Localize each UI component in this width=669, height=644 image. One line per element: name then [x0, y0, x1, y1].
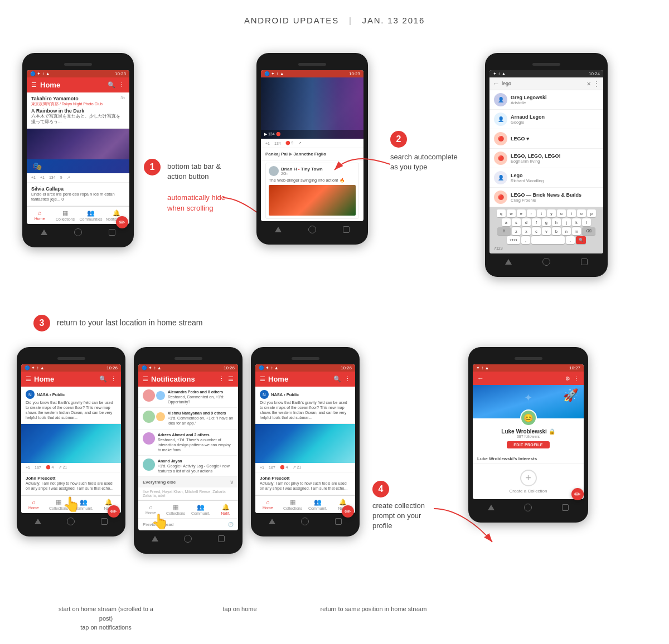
more-icon-5a[interactable]: ⋮	[219, 375, 225, 383]
notif-section-header[interactable]: Everything else ∨	[138, 477, 238, 487]
plus1-4[interactable]: +1	[26, 466, 30, 470]
tab-home-4[interactable]: ⌂ Home	[21, 496, 46, 513]
more-icon[interactable]: ⋮	[119, 81, 125, 89]
key-t[interactable]: t	[537, 209, 546, 217]
recents-btn-7[interactable]	[561, 504, 569, 511]
share-icon-2[interactable]: ↗	[298, 141, 302, 145]
back-icon[interactable]: ←	[493, 80, 500, 87]
recents-btn-3[interactable]	[580, 258, 588, 266]
tab-collections-6[interactable]: ▦ Collections	[280, 496, 306, 513]
fab-4[interactable]: ✏	[108, 505, 120, 518]
notif-1[interactable]: Alexandra Pedro and 8 others Reshared, C…	[138, 387, 238, 408]
edit-profile-button[interactable]: EDIT PROFILE	[507, 441, 549, 448]
profile-settings-icon[interactable]: ⚙	[565, 375, 570, 382]
key-z[interactable]: z	[512, 227, 521, 235]
plus1-label[interactable]: +1	[31, 175, 36, 179]
key-c[interactable]: c	[532, 227, 541, 235]
back-button[interactable]	[40, 228, 48, 236]
fab-profile[interactable]: ✏	[571, 488, 584, 500]
collection-plus-icon[interactable]: +	[520, 470, 537, 486]
fab-6[interactable]: ✏	[342, 505, 354, 518]
key-n[interactable]: n	[562, 227, 571, 235]
result-5[interactable]: 👤 Lego Richard Woodling	[489, 168, 603, 188]
back-btn-6[interactable]	[268, 518, 276, 525]
plus1[interactable]: +1	[265, 142, 270, 145]
more-icon-5b[interactable]: ☰	[228, 375, 234, 383]
key-g[interactable]: g	[542, 218, 551, 226]
result-3[interactable]: 🔴 LEGO ♥	[489, 129, 603, 149]
key-h[interactable]: h	[552, 218, 561, 226]
tab-notifications-5[interactable]: 🔔 Notif.	[213, 501, 238, 518]
key-7123[interactable]: 7123	[507, 236, 520, 244]
share-icon[interactable]: ↗	[67, 175, 70, 180]
recents-btn-6[interactable]	[334, 518, 342, 525]
home-btn-6[interactable]	[301, 518, 309, 525]
search-icon-4[interactable]: 🔍	[99, 375, 107, 383]
plus1-6[interactable]: +1	[260, 466, 264, 470]
more-icon-search[interactable]: ⋮	[593, 80, 600, 87]
key-y[interactable]: y	[547, 209, 556, 217]
key-f[interactable]: f	[532, 218, 541, 226]
create-collection-area[interactable]: + Create a Collection	[473, 464, 584, 499]
notif-3[interactable]: Adrees Ahmed and 2 others Reshared, +1'd…	[138, 430, 238, 456]
recents-button[interactable]	[108, 228, 116, 236]
more-icon-6[interactable]: ⋮	[345, 375, 351, 383]
recents-btn-5[interactable]	[217, 535, 225, 543]
key-u[interactable]: u	[557, 209, 566, 217]
menu-icon-4[interactable]: ☰	[26, 375, 31, 383]
key-search[interactable]: 🔍	[576, 236, 586, 244]
key-q[interactable]: q	[497, 209, 506, 217]
result-6[interactable]: 🔴 LEGO — Brick News & Builds Craig Froeh…	[489, 188, 603, 207]
key-b[interactable]: b	[552, 227, 561, 235]
key-x[interactable]: x	[522, 227, 531, 235]
key-s[interactable]: s	[512, 218, 521, 226]
key-p[interactable]: p	[587, 209, 596, 217]
key-m[interactable]: m	[572, 227, 581, 235]
profile-back-icon[interactable]: ←	[477, 374, 484, 382]
key-o[interactable]: o	[577, 209, 586, 217]
recents-btn-4[interactable]	[100, 518, 108, 525]
search-icon-6[interactable]: 🔍	[333, 375, 341, 383]
home-btn-2[interactable]	[308, 226, 316, 233]
key-period[interactable]: .	[566, 236, 575, 244]
key-w[interactable]: w	[507, 209, 516, 217]
result-1[interactable]: 👤 Greg Legowski Aristotle	[489, 90, 603, 110]
search-field[interactable]: lego	[502, 81, 584, 86]
tab-collections[interactable]: ▦ Collections	[52, 207, 78, 224]
menu-icon-5[interactable]: ☰	[143, 375, 148, 383]
tab-communities-5[interactable]: 👥 Communit.	[188, 501, 214, 518]
notif-4[interactable]: Anand Jayan +1'd. Google+ Activity Log -…	[138, 456, 238, 477]
menu-icon[interactable]: ☰	[31, 81, 37, 89]
tab-communities[interactable]: 👥 Communities	[78, 207, 104, 224]
tab-communities-6[interactable]: 👥 Communit.	[306, 496, 331, 513]
key-space[interactable]	[531, 236, 565, 244]
search-icon[interactable]: 🔍	[108, 81, 115, 89]
key-r[interactable]: r	[527, 209, 536, 217]
key-k[interactable]: k	[572, 218, 581, 226]
back-btn-7[interactable]	[487, 504, 495, 511]
key-v[interactable]: v	[542, 227, 551, 235]
notif-2[interactable]: Vishnu Narayanan and 9 others +1'd. Comm…	[138, 408, 238, 429]
key-comma[interactable]: ,	[521, 236, 530, 244]
key-l[interactable]: l	[582, 218, 591, 226]
back-btn-3[interactable]	[505, 258, 512, 266]
home-btn-7[interactable]	[524, 504, 532, 511]
home-btn-4[interactable]	[67, 518, 75, 525]
result-2[interactable]: 👤 Arnaud Legon Google	[489, 110, 603, 129]
fab-button[interactable]: ✏	[116, 216, 128, 228]
tab-home-6[interactable]: ⌂ Home	[255, 496, 280, 513]
clear-icon[interactable]: ✕	[586, 81, 591, 87]
key-shift[interactable]: ⇧	[497, 227, 511, 235]
more-icon-4[interactable]: ⋮	[110, 375, 117, 383]
key-d[interactable]: d	[522, 218, 531, 226]
home-button[interactable]	[74, 228, 82, 236]
home-btn-5[interactable]	[184, 535, 192, 543]
key-e[interactable]: e	[517, 209, 526, 217]
key-i[interactable]: i	[567, 209, 576, 217]
back-btn-4[interactable]	[34, 518, 42, 525]
key-j[interactable]: j	[562, 218, 571, 226]
menu-icon-6[interactable]: ☰	[260, 375, 265, 383]
back-btn-2[interactable]	[274, 226, 282, 233]
key-a[interactable]: a	[502, 218, 511, 226]
key-delete[interactable]: ⌫	[582, 227, 595, 235]
